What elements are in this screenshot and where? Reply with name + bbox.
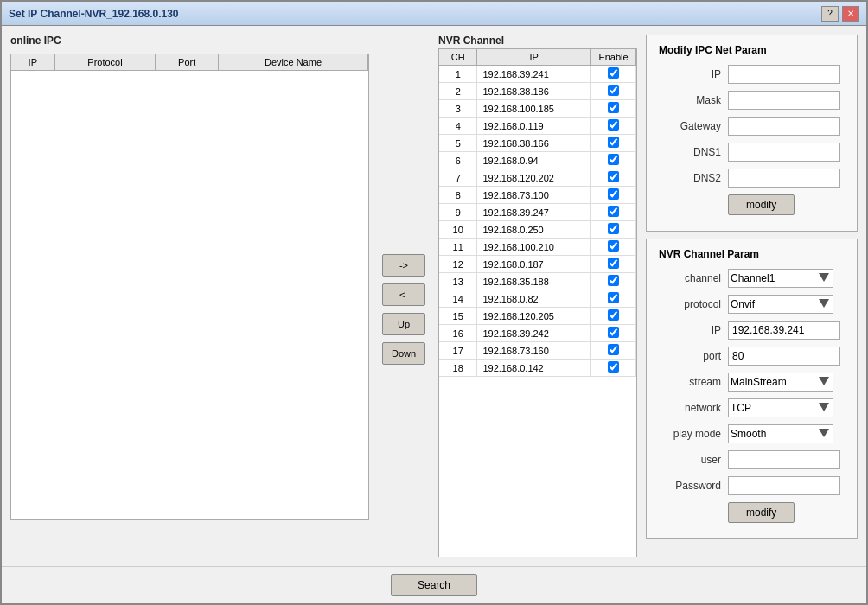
stream-select[interactable]: MainStreamSubStream	[728, 373, 833, 392]
channel-label: channel	[659, 272, 728, 284]
nvr-enable-checkbox[interactable]	[608, 102, 619, 113]
nvr-enable-checkbox[interactable]	[608, 85, 619, 96]
nvr-enable-checkbox[interactable]	[608, 275, 619, 286]
password-label: Password	[659, 480, 728, 492]
password-input[interactable]	[728, 476, 840, 495]
network-label: network	[659, 402, 728, 414]
backward-button[interactable]: <-	[382, 283, 425, 306]
nvr-channel-param-section: NVR Channel Param channel Channel1Channe…	[646, 239, 858, 539]
nvr-enable-checkbox[interactable]	[608, 171, 619, 182]
nvr-enable-checkbox[interactable]	[608, 206, 619, 217]
nvr-table-row: 2 192.168.38.186	[439, 83, 636, 100]
nvr-cell-ch: 18	[439, 360, 477, 377]
down-button[interactable]: Down	[382, 342, 425, 365]
nvr-table-row: 16 192.168.39.242	[439, 325, 636, 342]
nvr-modify-button[interactable]: modify	[728, 502, 795, 523]
nvr-enable-checkbox[interactable]	[608, 154, 619, 165]
nvr-enable-checkbox[interactable]	[608, 292, 619, 303]
nvr-cell-ip: 192.168.38.166	[477, 135, 591, 152]
stream-label: stream	[659, 376, 728, 388]
nvr-enable-checkbox[interactable]	[608, 137, 619, 148]
content-area: online IPC IP Protocol Port Device Name	[2, 26, 866, 566]
nvr-cell-enable	[591, 308, 636, 325]
nvr-ip-label: IP	[659, 324, 728, 336]
nvr-cell-ip: 192.168.0.82	[477, 290, 591, 308]
dns1-row: DNS1	[659, 143, 845, 162]
nvr-col-enable: Enable	[591, 49, 636, 66]
nvr-enable-checkbox[interactable]	[608, 223, 619, 234]
nvr-table-row: 3 192.168.100.185	[439, 100, 636, 118]
gateway-input[interactable]	[728, 117, 840, 136]
nvr-channel-table: CH IP Enable 1 192.168.39.241 2 192.168.…	[439, 49, 636, 377]
ip-input[interactable]	[728, 65, 840, 84]
nvr-enable-checkbox[interactable]	[608, 344, 619, 355]
modify-ipc-net-param-section: Modify IPC Net Param IP Mask Gateway DNS…	[646, 35, 858, 232]
channel-select[interactable]: Channel1Channel2Channel3Channel4Channel5…	[728, 269, 833, 288]
nvr-channel-table-container: CH IP Enable 1 192.168.39.241 2 192.168.…	[438, 48, 637, 557]
online-ipc-label: online IPC	[10, 35, 369, 47]
nvr-table-row: 11 192.168.100.210	[439, 239, 636, 256]
search-button[interactable]: Search	[391, 574, 477, 596]
nvr-channel-scroll[interactable]: CH IP Enable 1 192.168.39.241 2 192.168.…	[439, 49, 636, 516]
nvr-cell-enable	[591, 187, 636, 204]
bottom-bar: Search	[2, 566, 866, 603]
online-ipc-table: IP Protocol Port Device Name	[11, 54, 368, 71]
online-ipc-table-container: IP Protocol Port Device Name	[10, 54, 369, 520]
nvr-cell-ch: 12	[439, 256, 477, 273]
nvr-cell-ch: 13	[439, 273, 477, 290]
nvr-channel-label: NVR Channel	[438, 35, 637, 47]
play-mode-row: play mode SmoothReal-time	[659, 424, 845, 443]
up-button[interactable]: Up	[382, 313, 425, 335]
port-input[interactable]	[728, 347, 840, 366]
nvr-cell-ip: 192.168.38.186	[477, 83, 591, 100]
nvr-enable-checkbox[interactable]	[608, 258, 619, 269]
play-mode-select[interactable]: SmoothReal-time	[728, 424, 833, 443]
nvr-cell-ch: 5	[439, 135, 477, 152]
nvr-table-row: 9 192.168.39.247	[439, 204, 636, 221]
title-bar-buttons: ? ✕	[821, 6, 859, 22]
nvr-cell-ch: 10	[439, 221, 477, 239]
left-panel: online IPC IP Protocol Port Device Name	[10, 35, 369, 557]
nvr-enable-checkbox[interactable]	[608, 67, 619, 79]
title-bar: Set IP Channel-NVR_192.168.0.130 ? ✕	[2, 2, 866, 26]
nvr-cell-ch: 4	[439, 118, 477, 135]
port-row: port	[659, 347, 845, 366]
nvr-enable-checkbox[interactable]	[608, 188, 619, 200]
nvr-cell-enable	[591, 118, 636, 135]
gateway-label: Gateway	[659, 120, 728, 132]
net-modify-button[interactable]: modify	[728, 194, 795, 215]
nvr-table-row: 8 192.168.73.100	[439, 187, 636, 204]
nvr-cell-ip: 192.168.39.242	[477, 325, 591, 342]
nvr-enable-checkbox[interactable]	[608, 361, 619, 373]
port-label: port	[659, 350, 728, 362]
nvr-cell-enable	[591, 342, 636, 360]
nvr-enable-checkbox[interactable]	[608, 240, 619, 252]
nvr-enable-checkbox[interactable]	[608, 119, 619, 131]
nvr-enable-checkbox[interactable]	[608, 309, 619, 321]
close-button[interactable]: ✕	[842, 6, 859, 22]
nvr-cell-ip: 192.168.100.210	[477, 239, 591, 256]
nvr-col-ip: IP	[477, 49, 591, 66]
dns2-input[interactable]	[728, 169, 840, 188]
mask-input[interactable]	[728, 91, 840, 110]
nvr-cell-ip: 192.168.39.241	[477, 66, 591, 83]
nvr-table-row: 6 192.168.0.94	[439, 152, 636, 169]
right-panel: Modify IPC Net Param IP Mask Gateway DNS…	[646, 35, 858, 557]
col-port: Port	[156, 54, 219, 71]
nvr-table-row: 18 192.168.0.142	[439, 360, 636, 377]
user-input[interactable]	[728, 450, 840, 469]
help-button[interactable]: ?	[821, 6, 839, 22]
nvr-cell-ch: 3	[439, 100, 477, 118]
nvr-enable-checkbox[interactable]	[608, 327, 619, 338]
col-ip: IP	[11, 54, 54, 71]
nvr-modify-row: modify	[659, 502, 845, 523]
nvr-cell-ip: 192.168.0.94	[477, 152, 591, 169]
network-row: network TCPUDP	[659, 398, 845, 417]
dns1-input[interactable]	[728, 143, 840, 162]
nvr-cell-ip: 192.168.35.188	[477, 273, 591, 290]
protocol-select[interactable]: OnvifPrivate	[728, 295, 833, 314]
network-select[interactable]: TCPUDP	[728, 398, 833, 417]
forward-button[interactable]: ->	[382, 254, 425, 277]
nvr-cell-enable	[591, 256, 636, 273]
nvr-ip-input[interactable]	[728, 321, 840, 340]
